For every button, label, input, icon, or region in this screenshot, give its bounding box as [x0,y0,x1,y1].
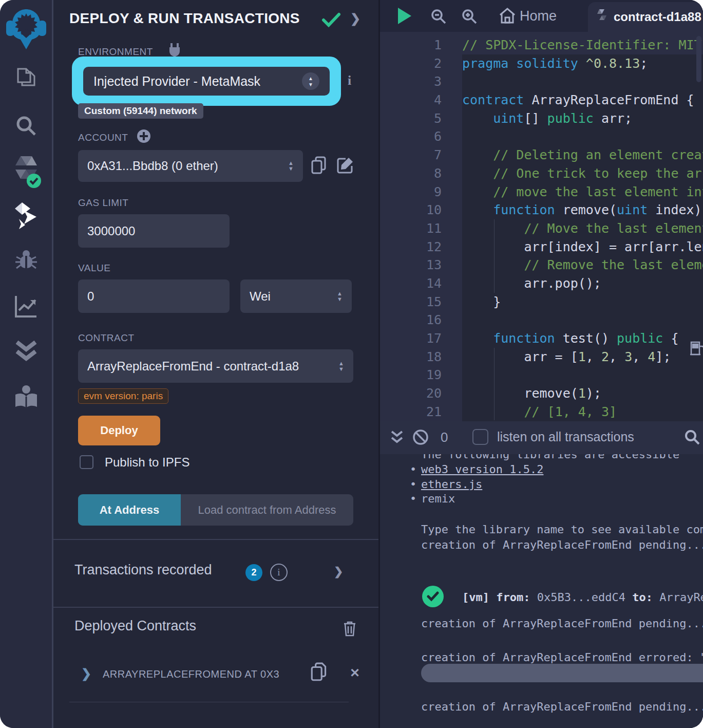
divider [53,539,378,540]
code-line: 15 } [380,293,703,311]
listen-all-label: listen on all transactions [497,430,634,444]
indent-guide [494,219,495,293]
terminal-line[interactable]: •web3 version 1.5.2 [421,463,543,476]
copy-account-icon[interactable] [311,156,328,177]
divider [69,702,349,702]
terminal-line[interactable]: •ethers.js [421,478,482,491]
gas-estimate-icon [690,340,703,358]
environment-value: Injected Provider - MetaMask [93,74,260,89]
environment-info-icon[interactable]: i [348,73,351,88]
value-label: VALUE [78,263,110,274]
code-line: 7 // Deleting an element creates a gap i… [380,146,703,164]
publish-ipfs-label: Publish to IPFS [105,455,189,470]
trash-icon[interactable] [342,620,357,639]
divider [53,607,378,608]
environment-select[interactable]: Injected Provider - MetaMask ▲▼ [83,67,330,96]
select-arrows-icon: ▲▼ [302,72,319,90]
deploy-run-panel: DEPLOY & RUN TRANSACTIONS ❯ ENVIRONMENT … [53,0,380,728]
transactions-count-badge: 2 [245,564,262,581]
terminal-search-icon[interactable] [684,429,700,447]
terminal-line: [vm] from: 0x5B3...eddC4 to: ArrayReplac… [462,591,703,604]
code-line: 12 arr[index] = arr[arr.length - 1]; [380,238,703,256]
editor-area: Home contract-d1a88 1// SPDX-License-Ide… [380,0,703,728]
transactions-recorded-label: Transactions recorded [74,562,212,578]
file-explorer-icon[interactable] [0,66,52,90]
run-script-icon[interactable] [398,8,411,24]
code-line: 17 function test() public { [380,329,703,348]
terminal-line: creation of ArrayReplaceFromEnd pending.… [421,538,703,551]
indent-guide [494,348,495,420]
remix-logo[interactable] [0,6,52,50]
contract-select[interactable]: ArrayReplaceFromEnd - contract-d1a8 ▲▼ [78,349,353,383]
terminal-header: 0 listen on all transactions [380,421,703,454]
tab-label: contract-d1a88 [614,10,701,24]
account-label: ACCOUNT [78,132,128,143]
solidity-file-icon [596,9,607,25]
account-value: 0xA31...Bbdb8 (0 ether) [87,159,218,173]
deploy-run-icon[interactable] [0,201,52,230]
environment-label: ENVIRONMENT [78,46,153,58]
statistics-icon[interactable] [0,293,52,320]
debugger-icon[interactable] [0,248,52,273]
select-arrows-icon: ▲▼ [338,361,344,372]
static-analysis-icon[interactable] [0,338,52,365]
deployed-item-expand-chevron[interactable]: ❯ [81,666,91,681]
code-line: 10 function remove(uint index) public { [380,201,703,219]
zoom-out-icon[interactable] [430,8,447,27]
code-line: 20 remove(1); [380,384,703,403]
transactions-expand-chevron[interactable]: ❯ [334,565,343,578]
gas-limit-input[interactable]: 3000000 [78,214,230,248]
editor-scrollbar[interactable] [696,36,701,82]
gas-limit-value: 3000000 [87,224,135,238]
edit-account-icon[interactable] [336,156,355,176]
search-icon[interactable] [0,114,52,138]
solidity-compiler-icon[interactable] [0,155,52,189]
account-select[interactable]: 0xA31...Bbdb8 (0 ether) ▲▼ [78,150,303,182]
code-line: 11 // Move the last element into the pla… [380,219,703,238]
remix-ide-window: DEPLOY & RUN TRANSACTIONS ❯ ENVIRONMENT … [0,0,703,728]
panel-title: DEPLOY & RUN TRANSACTIONS [69,10,300,27]
value-unit-select[interactable]: Wei ▲▼ [240,279,352,313]
code-line: 1// SPDX-License-Identifier: MIT [380,36,703,54]
code-line: 5 uint[] public arr; [380,109,703,128]
deploy-button[interactable]: Deploy [78,416,160,445]
select-arrows-icon: ▲▼ [337,291,343,302]
terminal-output[interactable]: The following libraries are accessible•w… [380,454,703,728]
add-account-icon[interactable] [137,129,151,145]
code-line: 9 // move the last element into the plac… [380,183,703,201]
code-line: 18 arr = [1, 2, 3, 4]; [380,348,703,366]
remove-deployed-icon[interactable]: ✕ [350,666,360,680]
transactions-info-icon[interactable]: i [270,564,288,581]
home-tab[interactable]: Home [520,8,557,24]
gas-limit-label: GAS LIMIT [78,197,128,209]
learneth-icon[interactable] [0,384,52,412]
code-editor[interactable]: 1// SPDX-License-Identifier: MIT2pragma … [380,32,703,421]
zoom-in-icon[interactable] [461,8,478,27]
clear-console-icon[interactable] [412,428,429,448]
tab-contract-file[interactable]: contract-d1a88 [588,2,703,32]
code-line: 4contract ArrayReplaceFromEnd { [380,91,703,109]
deployed-contracts-label: Deployed Contracts [74,618,196,634]
tx-success-icon [422,586,444,607]
listen-all-checkbox[interactable] [472,429,488,445]
collapse-terminal-icon[interactable] [390,430,404,448]
panel-collapse-chevron[interactable]: ❯ [350,11,360,26]
at-address-button[interactable]: At Address [78,494,181,526]
value-input[interactable]: 0 [78,279,230,313]
terminal-line: creation of ArrayReplaceFromEnd pending.… [421,700,703,713]
load-address-input[interactable]: Load contract from Address [181,494,353,526]
network-badge: Custom (59144) network [78,103,203,119]
terminal-line: Type the library name to see available c… [421,523,703,536]
code-line: 16 [380,311,703,329]
home-icon[interactable] [498,7,517,27]
environment-highlight: Injected Provider - MetaMask ▲▼ [72,57,341,106]
publish-ipfs-checkbox[interactable] [80,455,93,469]
code-line: 2pragma solidity ^0.8.13; [380,54,703,73]
code-line: 8 // One trick to keep the array compact… [380,164,703,183]
code-line: 14 arr.pop(); [380,274,703,293]
value-value: 0 [87,289,94,304]
copy-address-icon[interactable] [310,662,329,684]
terminal-line: The following libraries are accessible [421,454,679,461]
deployed-item-label: ARRAYREPLACEFROMEND AT 0X3 [103,668,279,680]
terminal-line: creation of ArrayReplaceFromEnd errored:… [421,651,703,664]
